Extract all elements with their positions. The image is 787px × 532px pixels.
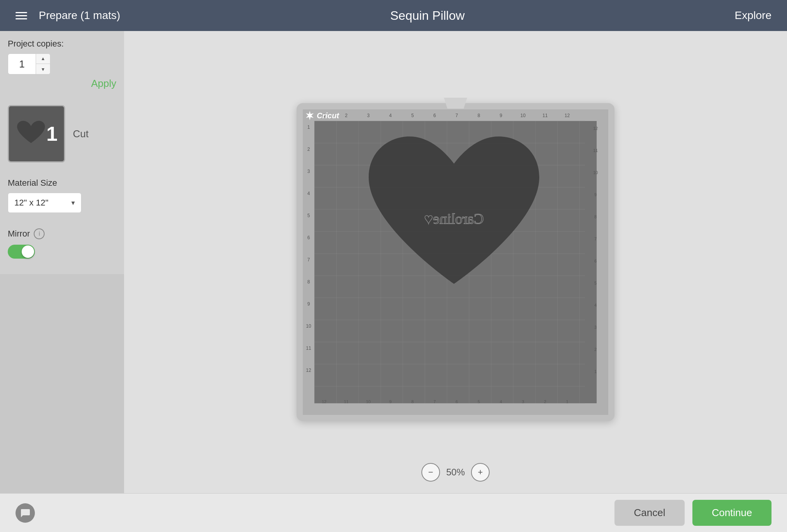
copies-input-row: 1 ▲ ▼ <box>8 54 116 74</box>
svg-text:4: 4 <box>594 303 597 307</box>
cricut-star-icon <box>304 110 315 121</box>
zoom-level-display: 50% <box>446 467 465 478</box>
svg-text:5: 5 <box>411 113 414 118</box>
sidebar: Project copies: 1 ▲ ▼ Apply <box>0 31 124 493</box>
svg-text:Caroline♥: Caroline♥ <box>424 211 483 227</box>
dropdown-arrow-icon: ▾ <box>71 199 75 207</box>
material-size-label: Material Size <box>8 178 116 188</box>
svg-text:9: 9 <box>594 192 597 197</box>
svg-rect-3 <box>303 403 608 415</box>
svg-text:8: 8 <box>594 214 597 219</box>
zoom-out-button[interactable]: − <box>421 463 440 482</box>
svg-text:1: 1 <box>307 124 310 130</box>
mat-thumb-inner: 1 <box>9 106 64 161</box>
svg-text:10: 10 <box>306 323 311 329</box>
svg-text:7: 7 <box>456 113 458 118</box>
mirror-toggle[interactable] <box>8 245 35 259</box>
svg-text:7: 7 <box>594 237 597 241</box>
svg-text:12: 12 <box>306 368 311 373</box>
svg-text:11: 11 <box>542 113 548 118</box>
mat-number: 1 <box>47 122 58 145</box>
continue-button[interactable]: Continue <box>692 500 771 526</box>
material-size-section: Material Size 12" x 12" ▾ <box>8 178 116 213</box>
header-center: Sequin Pillow <box>120 9 735 23</box>
mat-notch <box>444 98 467 109</box>
footer-left <box>16 503 607 523</box>
project-copies-label: Project copies: <box>8 39 116 49</box>
page-title: Prepare (1 mats) <box>39 9 120 22</box>
mirror-info-icon[interactable]: i <box>34 228 45 239</box>
spin-down-button[interactable]: ▼ <box>36 64 50 74</box>
svg-text:2: 2 <box>345 113 348 118</box>
svg-text:5: 5 <box>594 281 597 285</box>
svg-text:9: 9 <box>307 301 310 307</box>
material-size-dropdown[interactable]: 12" x 12" ▾ <box>8 193 81 213</box>
spinner-column: ▲ ▼ <box>36 54 50 74</box>
zoom-in-button[interactable]: + <box>471 463 490 482</box>
project-copies-section: Project copies: 1 ▲ ▼ Apply <box>8 39 116 90</box>
zoom-controls: − 50% + <box>421 463 490 482</box>
svg-text:3: 3 <box>307 169 310 174</box>
zoom-in-icon: + <box>478 467 483 477</box>
menu-line-3 <box>16 18 27 19</box>
svg-text:6: 6 <box>307 235 310 240</box>
svg-text:10: 10 <box>520 113 526 118</box>
svg-text:2: 2 <box>594 347 597 352</box>
grid-svg: 1 2 3 4 5 6 7 8 9 10 11 12 1 2 3 4 <box>303 109 608 415</box>
spin-up-button[interactable]: ▲ <box>36 54 50 64</box>
svg-rect-4 <box>597 109 608 415</box>
menu-button[interactable] <box>16 12 27 19</box>
mat-action-label: Cut <box>73 128 88 140</box>
svg-text:9: 9 <box>500 113 502 118</box>
svg-text:3: 3 <box>367 113 370 118</box>
material-size-value: 12" x 12" <box>14 198 48 208</box>
svg-text:12: 12 <box>593 126 598 131</box>
canvas-area: Cricut 1 2 3 4 5 6 <box>124 31 787 493</box>
svg-text:7: 7 <box>307 257 310 263</box>
mat-container: Cricut 1 2 3 4 5 6 <box>297 103 614 421</box>
cricut-logo-area: Cricut <box>304 110 339 121</box>
thumb-heart-svg <box>16 120 47 148</box>
project-name: Sequin Pillow <box>390 9 465 22</box>
mirror-section: Mirror i <box>8 228 116 259</box>
svg-text:4: 4 <box>389 113 392 118</box>
chat-button[interactable] <box>16 503 35 523</box>
svg-text:12: 12 <box>564 113 570 118</box>
svg-text:11: 11 <box>306 345 311 351</box>
menu-line-2 <box>16 15 27 16</box>
main-content: Project copies: 1 ▲ ▼ Apply <box>0 31 787 493</box>
cancel-button[interactable]: Cancel <box>614 500 685 526</box>
mirror-label: Mirror <box>8 229 30 239</box>
app-footer: Cancel Continue <box>0 493 787 532</box>
sidebar-bottom-area <box>0 274 124 493</box>
copies-spinbox[interactable]: 1 ▲ ▼ <box>8 54 50 74</box>
svg-text:6: 6 <box>594 259 597 263</box>
svg-text:8: 8 <box>307 279 310 285</box>
mat-thumbnail[interactable]: 1 <box>8 105 65 162</box>
mirror-label-row: Mirror i <box>8 228 116 239</box>
svg-text:5: 5 <box>307 213 310 218</box>
mat-section: 1 Cut <box>8 105 116 162</box>
svg-text:2: 2 <box>307 147 310 152</box>
apply-button[interactable]: Apply <box>8 78 116 90</box>
explore-button[interactable]: Explore <box>735 9 771 22</box>
svg-text:6: 6 <box>433 113 436 118</box>
cricut-logo-text: Cricut <box>317 111 339 120</box>
svg-text:11: 11 <box>593 148 598 153</box>
menu-line-1 <box>16 12 27 13</box>
chat-icon <box>20 508 31 518</box>
toggle-knob <box>22 245 34 258</box>
app-header: Prepare (1 mats) Sequin Pillow Explore <box>0 0 787 31</box>
zoom-out-icon: − <box>428 467 433 477</box>
svg-text:1: 1 <box>594 369 597 374</box>
copies-value: 1 <box>8 58 36 70</box>
svg-text:10: 10 <box>593 170 598 175</box>
svg-text:3: 3 <box>594 325 597 330</box>
svg-text:4: 4 <box>307 191 310 196</box>
svg-text:8: 8 <box>478 113 480 118</box>
grid-container: 1 2 3 4 5 6 7 8 9 10 11 12 1 2 3 4 <box>303 109 608 415</box>
